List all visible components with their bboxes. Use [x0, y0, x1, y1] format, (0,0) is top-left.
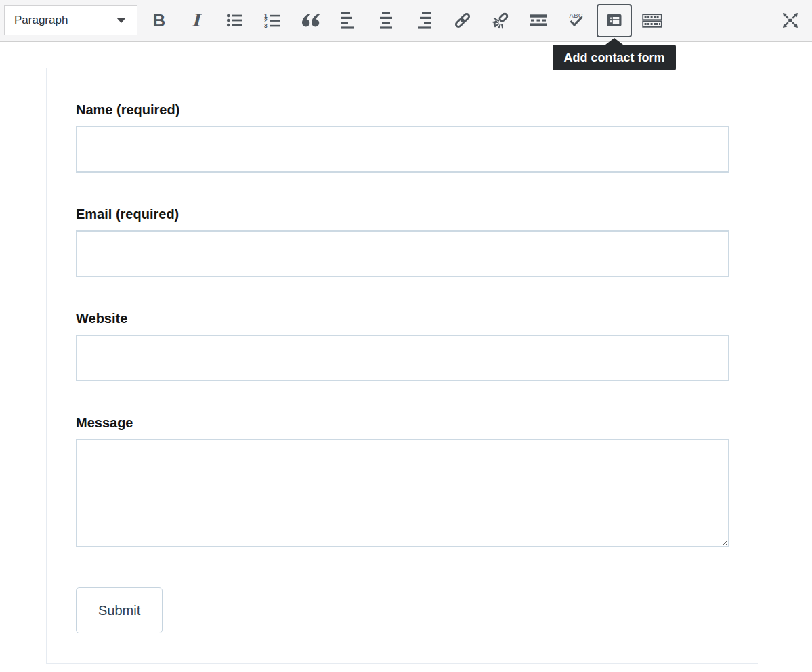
align-left-icon [341, 12, 357, 29]
numbered-list-icon: 1 2 3 [264, 12, 282, 28]
form-field-name: Name (required) [76, 102, 729, 173]
italic-icon: I [192, 12, 202, 29]
add-contact-form-button[interactable] [597, 4, 632, 37]
email-label: Email (required) [76, 207, 729, 222]
align-right-button[interactable] [407, 4, 442, 37]
align-center-button[interactable] [369, 4, 404, 37]
name-input[interactable] [76, 126, 729, 173]
align-left-button[interactable] [331, 4, 366, 37]
read-more-icon [530, 12, 547, 28]
svg-text:3: 3 [264, 22, 268, 28]
spellcheck-icon: ABC [568, 12, 585, 29]
submit-button[interactable]: Submit [76, 587, 163, 633]
editor-toolbar: Paragraph B I 1 2 3 [0, 0, 812, 42]
message-textarea[interactable] [76, 439, 729, 547]
contact-form-icon [606, 12, 622, 28]
editor-content-area: Name (required) Email (required) Website… [0, 68, 812, 664]
bold-button[interactable]: B [142, 4, 177, 37]
read-more-button[interactable] [521, 4, 556, 37]
form-field-email: Email (required) [76, 207, 729, 277]
align-right-icon [416, 12, 433, 29]
bold-icon: B [153, 12, 166, 29]
numbered-list-button[interactable]: 1 2 3 [255, 4, 291, 37]
spellcheck-button[interactable]: ABC [559, 4, 594, 37]
link-icon [454, 12, 471, 29]
fullscreen-icon [780, 10, 800, 30]
paragraph-format-dropdown[interactable]: Paragraph [4, 5, 137, 35]
form-field-website: Website [76, 311, 729, 381]
tooltip-text: Add contact form [563, 51, 664, 65]
message-label: Message [76, 415, 729, 430]
paragraph-format-value: Paragraph [14, 14, 68, 27]
unlink-button[interactable] [483, 4, 518, 37]
name-label: Name (required) [76, 102, 729, 117]
link-button[interactable] [445, 4, 480, 37]
italic-button[interactable]: I [179, 4, 215, 37]
fullscreen-button[interactable] [773, 4, 808, 37]
unlink-icon [492, 12, 509, 29]
contact-form-preview: Name (required) Email (required) Website… [46, 68, 758, 664]
bulleted-list-icon [226, 12, 244, 28]
blockquote-button[interactable] [293, 4, 328, 37]
align-center-icon [379, 12, 395, 29]
website-label: Website [76, 311, 729, 326]
website-input[interactable] [76, 335, 729, 381]
chevron-down-icon [116, 18, 126, 23]
keyboard-icon [642, 12, 662, 28]
keyboard-shortcuts-button[interactable] [635, 4, 670, 37]
blockquote-icon [301, 12, 320, 28]
form-field-message: Message [76, 415, 729, 547]
bulleted-list-button[interactable] [217, 4, 253, 37]
email-input[interactable] [76, 230, 729, 277]
add-contact-form-tooltip: Add contact form [553, 45, 676, 70]
